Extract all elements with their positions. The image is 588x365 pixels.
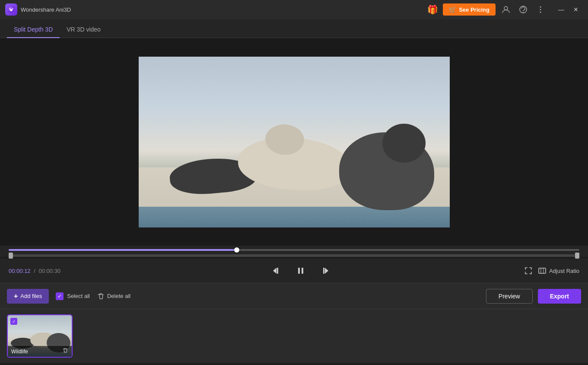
timeline-area <box>0 246 588 257</box>
playback-controls-bar: 00:00:12 / 00:00:30 <box>0 259 588 283</box>
export-button[interactable]: Export <box>538 289 581 304</box>
svg-point-4 <box>540 6 541 8</box>
add-files-button[interactable]: + Add files <box>7 289 49 304</box>
trim-range-bar[interactable] <box>9 254 579 257</box>
time-display: 00:00:12 / 00:00:30 <box>9 268 78 274</box>
adjust-ratio-button[interactable]: Adjust Ratio <box>538 266 579 275</box>
pause-button[interactable] <box>293 263 308 279</box>
seal-2-head <box>264 123 305 156</box>
svg-point-5 <box>540 9 541 10</box>
export-controls: Preview Export <box>486 289 581 304</box>
delete-all-label: Delete all <box>107 293 130 299</box>
cart-icon: 🛒 <box>449 6 456 13</box>
select-all-label: Select all <box>67 293 90 299</box>
files-area: ✓ Wildlife <box>0 309 588 363</box>
playback-buttons <box>78 263 524 279</box>
close-button[interactable]: ✕ <box>569 3 583 16</box>
svg-rect-12 <box>323 268 324 274</box>
tabbar: Split Depth 3D VR 3D video <box>0 19 588 38</box>
app-logo <box>5 3 17 16</box>
app-title: Wondershare Ani3D <box>21 6 422 13</box>
svg-point-3 <box>523 12 524 13</box>
select-all-container[interactable]: ✓ Select all <box>56 292 90 300</box>
file-checkbox[interactable]: ✓ <box>10 318 17 325</box>
minimize-button[interactable]: — <box>554 3 568 16</box>
preview-button[interactable]: Preview <box>486 289 533 304</box>
time-separator: / <box>34 268 35 274</box>
total-time: 00:00:30 <box>38 268 60 274</box>
gift-button[interactable]: 🎁 <box>426 3 439 16</box>
video-player-area <box>0 38 588 246</box>
svg-rect-8 <box>277 268 278 274</box>
trash-icon <box>97 292 105 300</box>
skip-forward-button[interactable] <box>317 263 333 279</box>
file-name: Wildlife <box>11 349 28 355</box>
file-delete-icon[interactable] <box>62 348 68 355</box>
range-handle-right[interactable] <box>575 253 579 259</box>
scrubber-thumb[interactable] <box>234 247 239 253</box>
tab-split-depth-3d[interactable]: Split Depth 3D <box>7 22 60 38</box>
add-icon: + <box>14 292 18 300</box>
svg-rect-13 <box>539 268 546 273</box>
list-item[interactable]: ✓ Wildlife <box>7 314 73 358</box>
current-time: 00:00:12 <box>9 268 31 274</box>
svg-point-6 <box>540 12 541 13</box>
fullscreen-button[interactable] <box>524 266 533 275</box>
delete-all-container[interactable]: Delete all <box>97 292 130 300</box>
support-button[interactable] <box>516 3 530 16</box>
select-all-checkbox[interactable]: ✓ <box>56 292 64 300</box>
menu-button[interactable] <box>534 3 547 16</box>
file-label: Wildlife <box>8 346 72 357</box>
scrubber-fill <box>9 249 237 251</box>
user-button[interactable] <box>499 3 513 16</box>
svg-rect-9 <box>298 268 300 274</box>
svg-rect-10 <box>302 268 303 274</box>
seal-silhouette-3 <box>339 132 434 210</box>
see-pricing-label: See Pricing <box>459 6 489 13</box>
video-frame <box>139 57 450 227</box>
playback-scrubber[interactable] <box>9 249 579 251</box>
skip-back-button[interactable] <box>269 263 284 279</box>
title-actions: 🎁 🛒 See Pricing <box>426 3 547 16</box>
titlebar: Wondershare Ani3D 🎁 🛒 See Pricing <box>0 0 588 19</box>
files-toolbar: + Add files ✓ Select all Delete all Prev… <box>0 283 588 309</box>
see-pricing-button[interactable]: 🛒 See Pricing <box>443 3 496 16</box>
water-background <box>139 207 450 227</box>
svg-point-1 <box>504 6 508 10</box>
right-controls: Adjust Ratio <box>524 266 579 275</box>
range-handle-left[interactable] <box>9 253 13 259</box>
svg-marker-11 <box>325 268 328 274</box>
svg-marker-7 <box>273 268 277 274</box>
seal-3-head <box>382 124 426 163</box>
add-files-label: Add files <box>20 293 42 299</box>
bottom-panel: + Add files ✓ Select all Delete all Prev… <box>0 283 588 363</box>
window-controls: — ✕ <box>554 3 583 16</box>
video-preview <box>139 57 450 227</box>
adjust-ratio-label: Adjust Ratio <box>549 268 579 274</box>
tab-vr-3d-video[interactable]: VR 3D video <box>60 22 108 38</box>
